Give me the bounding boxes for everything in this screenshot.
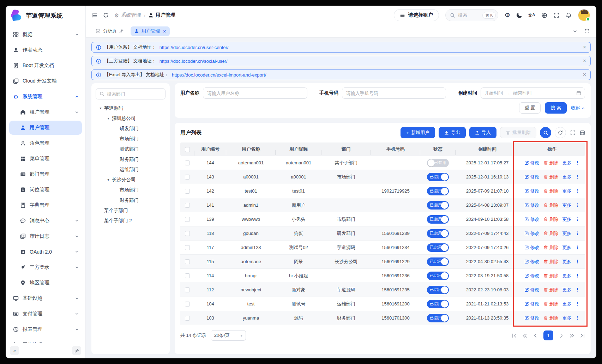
row-checkbox[interactable]	[185, 175, 190, 180]
row-checkbox[interactable]	[185, 273, 190, 278]
edit-action[interactable]: 修改	[524, 202, 540, 208]
edit-action[interactable]: 修改	[524, 216, 540, 223]
edit-action[interactable]: 修改	[524, 188, 540, 194]
delete-action[interactable]: 删除	[543, 273, 559, 279]
close-tab-icon[interactable]: ×	[163, 29, 166, 34]
more-icon[interactable]: ⋮	[576, 174, 580, 180]
sidebar-item-posts[interactable]: 岗位管理	[9, 183, 82, 197]
sidebar-item-boot-doc[interactable]: Boot 开发文档	[9, 59, 82, 73]
sidebar-item-depts[interactable]: 部门管理	[9, 167, 82, 181]
table-refresh-button[interactable]	[555, 127, 566, 138]
status-toggle[interactable]: 已启用	[427, 173, 449, 181]
tree-node[interactable]: 市场部门	[96, 185, 165, 195]
status-toggle[interactable]: 已启用	[427, 272, 449, 280]
sidebar-item-overview[interactable]: 概览	[9, 28, 82, 42]
delete-action[interactable]: 删除	[543, 301, 559, 307]
column-settings-icon[interactable]	[580, 130, 585, 135]
prev-5-pages-button[interactable]	[522, 333, 528, 338]
row-checkbox[interactable]	[185, 287, 190, 292]
tree-node[interactable]: ▾深圳总公司	[96, 113, 165, 123]
delete-action[interactable]: 删除	[543, 216, 559, 223]
tab-user-management[interactable]: 用户管理 ×	[131, 26, 170, 36]
sidebar-item-workflow[interactable]: 工作流程	[9, 338, 82, 343]
reset-button[interactable]: 重 置	[519, 102, 541, 114]
breadcrumb-system[interactable]: ⚙ 系统管理	[114, 12, 141, 18]
status-toggle[interactable]: 已启用	[427, 300, 449, 308]
row-checkbox[interactable]	[185, 316, 190, 321]
last-page-button[interactable]	[580, 333, 585, 338]
alert-doc-link[interactable]: https://doc.iocoder.cn/excel-import-and-…	[172, 72, 266, 78]
more-action[interactable]: 更多	[562, 244, 572, 251]
edit-action[interactable]: 修改	[524, 174, 540, 180]
collapse-sidebar-button[interactable]: «	[10, 346, 19, 355]
more-icon[interactable]: ⋮	[576, 245, 580, 250]
tree-node[interactable]: 研发部门	[96, 123, 165, 134]
status-toggle[interactable]: 已启用	[427, 257, 449, 266]
table-fullscreen-icon[interactable]	[570, 130, 576, 135]
more-icon[interactable]: ⋮	[576, 259, 580, 264]
edit-action[interactable]: 修改	[524, 273, 540, 279]
alert-doc-link[interactable]: https://doc.iocoder.cn/social-user/	[159, 59, 228, 64]
tree-node[interactable]: 某个子部门 2	[96, 216, 165, 226]
tree-node[interactable]: 财务部门	[96, 154, 165, 164]
tenant-selector-button[interactable]: 请选择租户	[394, 9, 439, 21]
select-all-checkbox[interactable]	[185, 147, 190, 152]
sidebar-item-messages[interactable]: 消息中心	[9, 214, 82, 228]
tree-node[interactable]: ▾芋道源码	[96, 103, 165, 113]
delete-action[interactable]: 删除	[543, 244, 559, 251]
tree-node[interactable]: 市场部门	[96, 134, 165, 144]
table-search-button[interactable]	[540, 127, 551, 138]
sidebar-item-oauth[interactable]: OAuth 2.0	[9, 245, 82, 259]
next-5-pages-button[interactable]	[569, 333, 574, 338]
edit-action[interactable]: 修改	[524, 301, 540, 307]
status-toggle[interactable]: 已启用	[427, 243, 449, 252]
maximize-content-icon[interactable]	[581, 27, 593, 35]
more-action[interactable]: 更多	[562, 230, 572, 237]
row-checkbox[interactable]	[185, 231, 190, 236]
sidebar-item-audit-logs[interactable]: 审计日志	[9, 229, 82, 243]
sidebar-item-users[interactable]: 用户管理	[9, 121, 82, 135]
mobile-input[interactable]	[342, 87, 446, 99]
user-avatar[interactable]	[578, 9, 590, 21]
sidebar-item-regions[interactable]: 地区管理	[9, 276, 82, 290]
refresh-icon[interactable]	[103, 12, 109, 18]
more-icon[interactable]: ⋮	[576, 160, 580, 165]
more-icon[interactable]: ⋮	[576, 231, 580, 236]
sidebar-item-payment[interactable]: 支付管理	[9, 307, 82, 321]
edit-action[interactable]: 修改	[524, 287, 540, 293]
close-icon[interactable]: ×	[583, 72, 586, 78]
row-checkbox[interactable]	[185, 189, 190, 194]
page-size-select[interactable]: 20条/页 ▾	[211, 330, 246, 341]
translate-icon[interactable]: 文A	[528, 13, 535, 17]
edit-action[interactable]: 修改	[524, 244, 540, 251]
collapse-filters-link[interactable]: 收起	[571, 105, 585, 111]
date-range-picker[interactable]: 开始时间 → 结束时间	[481, 87, 585, 99]
edit-action[interactable]: 修改	[524, 315, 540, 321]
more-action[interactable]: 更多	[562, 174, 572, 180]
close-icon[interactable]: ×	[583, 44, 586, 50]
pushpin-icon[interactable]	[119, 29, 124, 33]
dark-mode-moon-icon[interactable]	[517, 13, 522, 18]
global-search-input[interactable]: 搜索 ⌘ K	[445, 9, 498, 21]
row-checkbox[interactable]	[185, 302, 190, 307]
export-button[interactable]: 导出	[439, 127, 466, 138]
row-checkbox[interactable]	[185, 259, 190, 264]
status-toggle[interactable]: 已启用	[427, 201, 449, 210]
edit-action[interactable]: 修改	[524, 160, 540, 166]
more-icon[interactable]: ⋮	[576, 287, 580, 292]
more-action[interactable]: 更多	[562, 202, 572, 208]
more-action[interactable]: 更多	[562, 216, 572, 223]
delete-action[interactable]: 删除	[543, 315, 559, 321]
sidebar-item-menus[interactable]: 菜单管理	[9, 152, 82, 166]
more-icon[interactable]: ⋮	[576, 217, 580, 222]
sidebar-item-dict[interactable]: 字典管理	[9, 198, 82, 212]
more-action[interactable]: 更多	[562, 273, 572, 279]
row-checkbox[interactable]	[185, 245, 190, 250]
tab-analysis[interactable]: 分析页	[92, 26, 127, 36]
more-icon[interactable]: ⋮	[576, 301, 580, 307]
row-checkbox[interactable]	[185, 203, 190, 208]
caret-down-icon[interactable]: ▾	[97, 106, 104, 110]
row-checkbox[interactable]	[185, 160, 190, 165]
more-action[interactable]: 更多	[562, 160, 572, 166]
sidebar-item-author[interactable]: 作者动态	[9, 43, 82, 57]
